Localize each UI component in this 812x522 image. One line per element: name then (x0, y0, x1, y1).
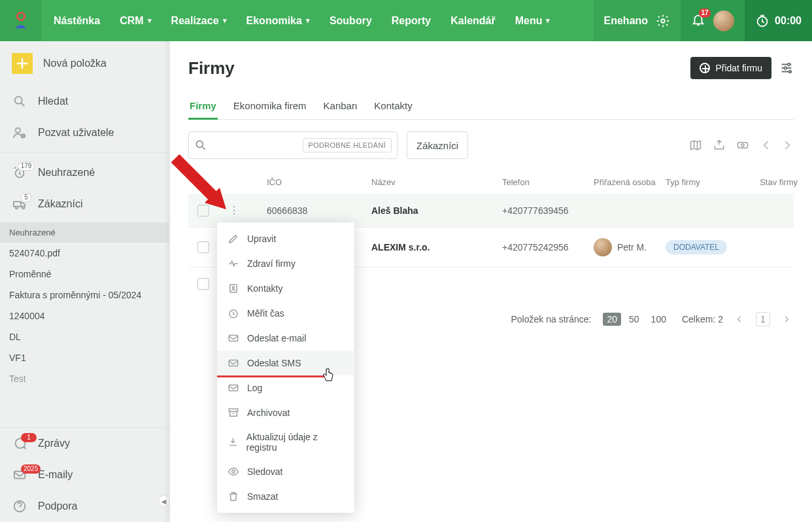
pencil-icon (228, 233, 239, 245)
ctx-delete[interactable]: Smazat (217, 484, 354, 509)
new-item-button[interactable]: Nová položka (0, 41, 169, 86)
notification-badge: 17 (699, 9, 711, 18)
chevron-down-icon: ▾ (223, 16, 227, 25)
file-item[interactable]: Faktura s proměnnými - 05/2024 (0, 285, 169, 305)
ctx-edit[interactable]: Upravit (217, 226, 354, 251)
view-toolbar (689, 139, 794, 152)
file-item[interactable]: VF1 (0, 347, 169, 368)
row-checkbox[interactable] (197, 241, 209, 253)
search-item[interactable]: Hledat (0, 86, 169, 117)
ctx-watch[interactable]: Sledovat (217, 459, 354, 484)
nav-kalendar[interactable]: Kalendář (450, 0, 495, 41)
page-size-50[interactable]: 50 (625, 313, 643, 326)
file-item[interactable]: Proměnné (0, 264, 169, 285)
svg-point-17 (741, 144, 744, 147)
customers-filter-button[interactable]: Zákazníci (407, 131, 468, 159)
notifications[interactable]: 17 (681, 0, 745, 41)
sidebar: Nová položka Hledat Pozvat uživatele 179… (0, 41, 170, 522)
mail-icon (228, 357, 239, 369)
nav-ekonomika[interactable]: Ekonomika▾ (246, 0, 310, 41)
topbar-right: Enehano 17 00:00 (594, 0, 812, 41)
nav-realizace[interactable]: Realizace▾ (171, 0, 227, 41)
clock-icon (228, 307, 239, 319)
download-icon (228, 436, 239, 448)
cell-name[interactable]: ALEXIM s.r.o. (371, 242, 502, 252)
file-item[interactable]: 1240004 (0, 305, 169, 326)
sidebar-bottom: Zprávy E-maily Podpora (0, 427, 169, 522)
table-header: IČO Název Telefon Přiřazená osoba Typ fi… (188, 171, 794, 194)
annotation-arrow (169, 152, 234, 220)
prev-icon[interactable] (760, 139, 773, 152)
messages-item[interactable]: Zprávy (0, 428, 169, 459)
map-icon[interactable] (689, 139, 702, 152)
company-switcher[interactable]: Enehano (594, 0, 681, 41)
col-person[interactable]: Přiřazená osoba (594, 177, 666, 187)
customers-badge: 5 (21, 193, 31, 202)
tabs: Firmy Ekonomika firem Kanban Kontakty (188, 94, 794, 120)
col-type[interactable]: Typ firmy (666, 177, 744, 187)
ctx-contacts[interactable]: Kontakty (217, 276, 354, 301)
file-item[interactable]: Test (0, 368, 169, 389)
nav-menu[interactable]: Menu▾ (515, 0, 550, 41)
next-icon[interactable] (781, 139, 794, 152)
prev-page-icon[interactable] (735, 315, 744, 324)
tab-kontakty[interactable]: Kontakty (373, 94, 413, 120)
cell-person[interactable]: Petr M. (594, 238, 666, 256)
customers-item[interactable]: 5 Zákazníci (0, 188, 169, 220)
add-user-icon (12, 125, 27, 141)
emails-item[interactable]: E-maily (0, 459, 169, 491)
export-icon[interactable] (713, 139, 726, 152)
col-phone[interactable]: Telefon (502, 177, 594, 187)
app-logo[interactable] (0, 0, 42, 41)
advanced-search-button[interactable]: PODROBNÉ HLEDÁNÍ (303, 138, 392, 152)
chevron-down-icon: ▾ (306, 16, 310, 25)
file-item[interactable]: DL (0, 326, 169, 347)
col-status[interactable]: Stav firmy (744, 177, 803, 187)
tab-ekonomika[interactable]: Ekonomika firem (232, 94, 308, 120)
top-bar: Nástěnka CRM▾ Realizace▾ Ekonomika▾ Soub… (0, 0, 812, 41)
row-checkbox[interactable] (197, 278, 209, 290)
nav-reporty[interactable]: Reporty (392, 0, 431, 41)
contacts-icon (228, 283, 239, 294)
invite-users-item[interactable]: Pozvat uživatele (0, 117, 169, 148)
timer[interactable]: 00:00 (745, 0, 812, 41)
unpaid-item[interactable]: 179 Neuhrazené (0, 157, 169, 188)
ctx-timer[interactable]: Měřit čas (217, 301, 354, 326)
tab-firmy[interactable]: Firmy (188, 94, 218, 120)
file-item[interactable]: 5240740.pdf (0, 243, 169, 264)
help-icon (12, 498, 27, 514)
col-name[interactable]: Název (371, 177, 502, 187)
ctx-health[interactable]: Zdraví firmy (217, 251, 354, 276)
sliders-icon[interactable] (779, 61, 794, 75)
svg-rect-21 (229, 336, 238, 341)
svg-rect-22 (229, 360, 238, 366)
add-company-button[interactable]: Přidat firmu (690, 57, 771, 79)
page-size-100[interactable]: 100 (647, 313, 670, 326)
svg-point-19 (233, 287, 235, 288)
total-count: Celkem: 2 (682, 314, 723, 324)
cell-name[interactable]: Aleš Blaha (371, 205, 502, 216)
scrollbar[interactable] (165, 41, 169, 522)
nav-crm[interactable]: CRM▾ (120, 0, 151, 41)
svg-point-3 (15, 97, 22, 104)
ctx-refresh[interactable]: Aktualizuj údaje z registru (217, 425, 354, 459)
page-size-20[interactable]: 20 (603, 313, 621, 326)
search-icon (194, 139, 207, 152)
mail-icon (228, 382, 239, 394)
user-avatar[interactable] (713, 10, 734, 31)
ctx-email[interactable]: Odeslat e-mail (217, 326, 354, 351)
nav-soubory[interactable]: Soubory (330, 0, 372, 41)
col-ico[interactable]: IČO (267, 177, 371, 187)
truck-icon: 5 (12, 196, 27, 212)
gear-icon (656, 14, 670, 28)
page-number[interactable]: 1 (756, 312, 770, 326)
next-page-icon[interactable] (782, 315, 791, 324)
eye-icon[interactable] (736, 139, 749, 152)
svg-point-25 (232, 470, 235, 474)
top-nav: Nástěnka CRM▾ Realizace▾ Ekonomika▾ Soub… (54, 0, 550, 41)
support-item[interactable]: Podpora (0, 491, 169, 522)
nav-dashboard[interactable]: Nástěnka (54, 0, 100, 41)
ctx-archive[interactable]: Archivovat (217, 400, 354, 425)
unpaid-badge: 179 (18, 162, 35, 171)
tab-kanban[interactable]: Kanban (322, 94, 359, 120)
